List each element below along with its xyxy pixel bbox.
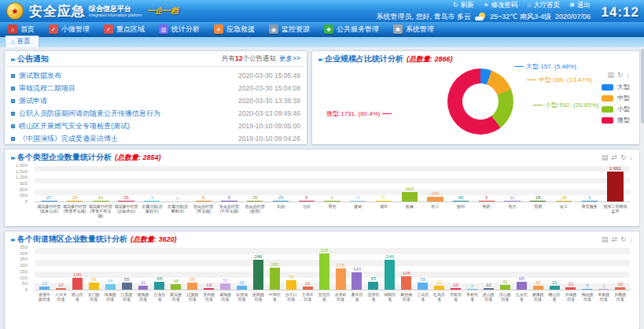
announcement-link[interactable]: 崂山区开展燃气安全专项检查(测试) [19, 121, 130, 131]
bar [41, 201, 57, 201]
bar-slot: 56 [86, 248, 102, 290]
nav-item-7[interactable]: ✱系统管理 [393, 24, 434, 35]
header-link-password[interactable]: ✦修改密码 [484, 1, 518, 10]
bar [550, 286, 560, 290]
download-icon[interactable]: ↓ [630, 236, 634, 243]
y-tick-label: 0 [25, 287, 28, 292]
bar-value: 13 [453, 283, 458, 287]
announcement-date: 2020-03-30 15:04:08 [238, 84, 300, 92]
x-axis-label: 烟草 [371, 203, 397, 218]
bar-slot: 65 [365, 248, 381, 290]
nav-label: 监控资源 [282, 24, 310, 35]
header-link-refresh[interactable]: ↻刷新 [453, 1, 474, 10]
announcement-link[interactable]: 测试申请 [19, 96, 47, 106]
announcement-link[interactable]: 审核流程二期项目 [19, 83, 75, 94]
x-axis-label: 红岛街道 [431, 291, 447, 301]
type-chart-toolbox: ▤⇄↻↓ [602, 154, 633, 161]
bar-slot: 24 [345, 166, 371, 201]
bar [122, 283, 132, 290]
bar-slot: 0 [165, 166, 191, 201]
legend-item[interactable]: 小型 [602, 105, 630, 113]
scrollbar-thumb[interactable] [641, 49, 644, 124]
bar-slot: 45 [448, 166, 474, 201]
bar-slot: 25 [113, 166, 139, 201]
bar [565, 287, 576, 290]
announcement-date: 2020-03-30 15:05:49 [238, 72, 300, 79]
bar-slot: 23 [36, 248, 53, 290]
bar-value: 56 [190, 277, 195, 282]
bar-slot: 56 [184, 248, 201, 290]
x-axis-label: 兴隆路街道 [612, 291, 628, 301]
tab-bar: ⌂ 首页 [0, 37, 644, 47]
nav-item-1[interactable]: ✓小微管理 [49, 24, 90, 35]
legend-item[interactable]: 微型 [602, 116, 630, 124]
bar-slot: 29 [268, 166, 294, 201]
legend-item[interactable]: 大型 [602, 83, 630, 91]
bar-slot: 5 [579, 248, 595, 290]
more-link[interactable]: 更多>> [279, 54, 300, 64]
announcement-link[interactable]: 公职人员防疫期间请勿随意公开传播信息行为 [19, 109, 160, 119]
dataview-icon[interactable]: ▤ [607, 72, 614, 79]
legend-item[interactable]: 中型 [602, 94, 630, 102]
x-axis-label: 危化品经营(带仓储) [190, 203, 216, 218]
x-axis-label: 有色 [319, 203, 345, 218]
pie-label-大型: 大型:157, (5.48%) [512, 62, 576, 71]
list-item: 《中国演练》完成受邀采访博士2019-10-10 09:04:26 [11, 132, 300, 145]
announcement-date: 2020-03-13 09:49:46 [238, 109, 300, 117]
restore-icon[interactable]: ↻ [617, 72, 624, 79]
x-axis-label: 金属冶炼(涉氨制冷) [165, 203, 191, 218]
nav-item-2[interactable]: ✓重点区域 [104, 24, 145, 35]
bar [385, 260, 395, 290]
bar [247, 201, 263, 201]
bar-slot: 59 [119, 248, 135, 290]
y-tick-label: 1,200 [16, 175, 28, 179]
bar-slot: 12 [53, 248, 69, 290]
header-link-label: 修改密码 [491, 1, 517, 10]
restore-icon[interactable]: ↻ [620, 236, 627, 243]
bar-value: 25 [123, 195, 129, 200]
nav-item-0[interactable]: ⌂首页 [8, 24, 35, 35]
donut-panel-header: ▸▸ 企业规模占比统计分析 (总数量: 2866) [312, 51, 639, 66]
bar-slot: 18 [612, 248, 628, 290]
download-icon[interactable]: ↓ [630, 154, 634, 161]
nav-icon-7: ✱ [393, 24, 403, 34]
magictype-icon[interactable]: ⇄ [611, 154, 617, 161]
bullet-icon [11, 124, 15, 128]
x-axis-label: 纺织 [448, 203, 474, 218]
nav-item-4[interactable]: ✦应急救援 [214, 24, 255, 35]
dataview-icon[interactable]: ▤ [602, 236, 609, 243]
legend-label: 大型 [617, 83, 630, 91]
restore-icon[interactable]: ↻ [620, 154, 627, 161]
header-link-label: 退出 [577, 1, 591, 10]
nav-item-6[interactable]: ✚公共服务管理 [324, 24, 379, 35]
announcement-date: 2019-10-10 09:05:00 [238, 122, 300, 130]
pie-label-小型: 小型:592, (20.65%) [531, 101, 598, 109]
nav-item-5[interactable]: ◉监控资源 [269, 24, 310, 35]
download-icon[interactable]: ↓ [627, 72, 631, 79]
x-axis-label: 上马街道 [414, 291, 431, 301]
bar-slot: 79 [283, 248, 300, 290]
bar-slot: 328 [316, 248, 333, 290]
bar [303, 286, 313, 290]
legend-swatch [602, 95, 613, 102]
announcement-link[interactable]: 《中国演练》完成受邀采访博士 [19, 134, 118, 144]
bar [451, 288, 461, 290]
announcement-link[interactable]: 测试数据发布 [19, 71, 61, 81]
count-prefix: 共有 [222, 54, 235, 62]
x-axis-label: 商贸服务 [576, 203, 602, 218]
bullet-icon [11, 137, 15, 141]
scrollbar[interactable] [640, 47, 644, 329]
x-axis-label: 金属冶炼(涉爆粉尘) [139, 203, 165, 218]
dataview-icon[interactable]: ▤ [602, 154, 609, 161]
x-axis-label: 虎山路街道 [480, 291, 497, 301]
bar-slot: 27 [36, 166, 62, 201]
logout-icon: ✖ [569, 2, 575, 9]
header-link-home[interactable]: ⌂大厅首页 [527, 1, 560, 10]
nav-item-3[interactable]: ▥统计分析 [159, 24, 200, 35]
magictype-icon[interactable]: ⇄ [611, 236, 617, 243]
header-link-logout[interactable]: ✖退出 [569, 1, 591, 10]
bar-value: 5 [382, 195, 385, 200]
bar-slot: 2 [595, 248, 612, 290]
tab-home[interactable]: ⌂ 首页 [5, 35, 39, 47]
bar-slot: 8 [190, 166, 216, 201]
